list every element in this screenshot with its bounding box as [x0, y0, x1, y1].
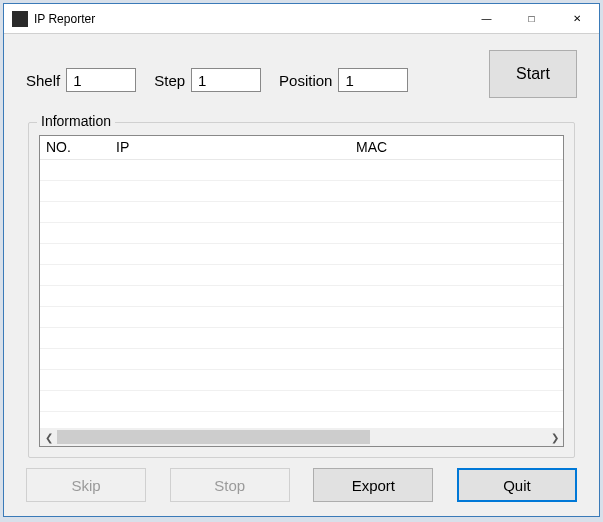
table-row[interactable]: [40, 328, 563, 349]
app-icon: [12, 11, 28, 27]
button-row: Skip Stop Export Quit: [26, 468, 577, 502]
horizontal-scrollbar[interactable]: ❮ ❯: [40, 428, 563, 446]
quit-button[interactable]: Quit: [457, 468, 577, 502]
table-row[interactable]: [40, 370, 563, 391]
step-input[interactable]: [191, 68, 261, 92]
maximize-button[interactable]: □: [509, 4, 554, 34]
table-row[interactable]: [40, 391, 563, 412]
inputs-row: Shelf Step Position Start: [26, 62, 577, 98]
start-button[interactable]: Start: [489, 50, 577, 98]
table-row[interactable]: [40, 286, 563, 307]
table-row[interactable]: [40, 265, 563, 286]
table-row[interactable]: [40, 160, 563, 181]
table-row[interactable]: [40, 244, 563, 265]
skip-button: Skip: [26, 468, 146, 502]
column-mac[interactable]: MAC: [350, 136, 563, 159]
table-row[interactable]: [40, 181, 563, 202]
table-row[interactable]: [40, 349, 563, 370]
group-label: Information: [37, 113, 115, 129]
scroll-track[interactable]: [57, 429, 546, 446]
shelf-label: Shelf: [26, 72, 60, 89]
information-group: Information NO. IP MAC: [28, 122, 575, 458]
stop-button: Stop: [170, 468, 290, 502]
client-area: Shelf Step Position Start Information NO…: [4, 34, 599, 516]
table-row[interactable]: [40, 223, 563, 244]
app-window: IP Reporter — □ ✕ Shelf Step Position St…: [3, 3, 600, 517]
step-label: Step: [154, 72, 185, 89]
table-row[interactable]: [40, 202, 563, 223]
scroll-right-icon[interactable]: ❯: [546, 429, 563, 446]
column-ip[interactable]: IP: [110, 136, 350, 159]
position-label: Position: [279, 72, 332, 89]
export-button[interactable]: Export: [313, 468, 433, 502]
shelf-input[interactable]: [66, 68, 136, 92]
scroll-thumb[interactable]: [57, 430, 370, 444]
results-grid[interactable]: NO. IP MAC: [39, 135, 564, 447]
titlebar: IP Reporter — □ ✕: [4, 4, 599, 34]
close-button[interactable]: ✕: [554, 4, 599, 34]
grid-header: NO. IP MAC: [40, 136, 563, 160]
minimize-button[interactable]: —: [464, 4, 509, 34]
window-title: IP Reporter: [34, 12, 464, 26]
column-no[interactable]: NO.: [40, 136, 110, 159]
grid-body: [40, 160, 563, 428]
scroll-left-icon[interactable]: ❮: [40, 429, 57, 446]
position-input[interactable]: [338, 68, 408, 92]
table-row[interactable]: [40, 307, 563, 328]
